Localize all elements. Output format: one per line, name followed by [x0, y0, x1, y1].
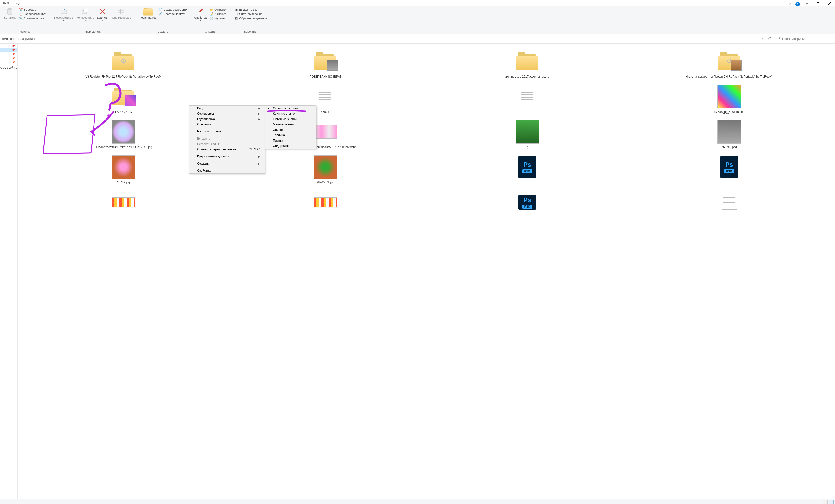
breadcrumb-seg-computer[interactable]: компьютер	[0, 37, 17, 41]
status-bar	[0, 499, 835, 504]
pin-icon[interactable]: 📌	[0, 48, 17, 52]
easy-access-button[interactable]: 🔗Простой доступ ▾	[158, 12, 188, 16]
edit-label: Изменить	[215, 13, 227, 16]
tab-share-fragment[interactable]: ться	[0, 0, 12, 6]
menu-item-sort[interactable]: Сортировка▶	[189, 111, 265, 116]
file-item[interactable]	[22, 188, 224, 220]
view-large-icons-button[interactable]	[829, 500, 834, 504]
paste-label: Вставить	[4, 16, 16, 19]
folder-item[interactable]: ⚙ Фото на документы Профи 9.0 RePack (& …	[628, 47, 830, 83]
paste-shortcut-button[interactable]: 📎Вставить ярлык	[18, 16, 47, 21]
context-submenu-view[interactable]: Огромные значки Крупные значки Обычные з…	[265, 105, 316, 149]
gear-icon: ⚙	[121, 58, 126, 65]
menu-item-table[interactable]: Таблица	[265, 133, 316, 138]
breadcrumb-seg-downloads[interactable]: Загрузки	[19, 37, 34, 41]
file-item[interactable]: dVXa8.jpg_480x480 bp	[628, 83, 830, 118]
rename-button[interactable]: Переименовать	[109, 7, 133, 20]
folder-item[interactable]: ⚙ Vit Registry Fix Pro 12.7 RePack (& Po…	[22, 47, 224, 83]
menu-item-properties[interactable]: Свойства	[189, 168, 265, 174]
menu-item-create[interactable]: Создать▶	[189, 161, 265, 166]
menu-item-content[interactable]: Содержимое	[265, 143, 316, 149]
context-menu[interactable]: Вид▶ Сортировка▶ Группировка▶ Обновить Н…	[189, 105, 265, 174]
menu-item-huge-icons[interactable]: Огромные значки	[265, 105, 316, 111]
new-item-button[interactable]: 📄Создать элемент ▾	[158, 7, 188, 12]
history-label: Журнал	[215, 17, 225, 20]
file-item[interactable]	[426, 83, 628, 118]
menu-item-tiles[interactable]: Плитка	[265, 138, 316, 143]
svg-point-14	[778, 37, 780, 39]
photoshop-icon: Ps	[725, 161, 733, 168]
refresh-icon[interactable]	[767, 36, 773, 42]
photoshop-icon: Ps	[523, 196, 531, 204]
folder-item[interactable]: для прмьер 2017 эфекты текста	[426, 47, 628, 83]
file-item[interactable]: PsPSD	[426, 153, 628, 188]
move-to-button[interactable]: Переместить в ▾	[53, 7, 75, 22]
new-folder-button[interactable]: Новая папка	[138, 7, 157, 20]
invert-selection-button[interactable]: ◩Обратить выделение	[234, 16, 268, 21]
select-all-label: Выделить все	[239, 8, 257, 11]
delete-button[interactable]: Удалить ▾	[96, 7, 109, 22]
file-label: РАЗОБРАТЬ	[115, 110, 132, 114]
menu-item-view[interactable]: Вид▶	[189, 105, 265, 111]
folder-item[interactable]: ПОВЕРБАНК ВОЗВРАТ	[224, 47, 426, 83]
file-label: ПОВЕРБАНК ВОЗВРАТ	[309, 75, 341, 78]
menu-item-give-access[interactable]: Предоставить доступ к▶	[189, 154, 265, 159]
properties-label: Свойства	[195, 16, 207, 19]
pin-icon[interactable]: 📌	[0, 44, 17, 48]
open-button[interactable]: 📂Открыть ▾	[209, 7, 228, 12]
chevron-right-icon: ▶	[258, 162, 260, 165]
paste-button[interactable]: Вставить	[2, 7, 17, 20]
pin-icon[interactable]: 📌	[0, 56, 17, 60]
file-label: 555.txt	[321, 110, 330, 114]
menu-item-customize[interactable]: Настроить папку...	[189, 129, 265, 134]
menu-item-list[interactable]: Список	[265, 127, 316, 133]
file-item[interactable]: g	[426, 118, 628, 153]
menu-item-undo-rename[interactable]: Отменить переименованиеCTRL+Z	[189, 147, 265, 152]
menu-item-large-icons[interactable]: Крупные значки	[265, 111, 316, 116]
file-item[interactable]: 765789.psd	[628, 118, 830, 153]
menu-item-paste-shortcut[interactable]: Вставить ярлык	[189, 141, 265, 147]
cut-button[interactable]: ✂️Вырезать	[18, 7, 47, 12]
file-item[interactable]: PsPSD	[426, 188, 628, 220]
search-placeholder: Поиск: Загрузки	[782, 37, 805, 41]
file-item[interactable]: PsPSD	[628, 153, 830, 188]
view-details-button[interactable]	[823, 500, 828, 504]
copy-to-button[interactable]: Копировать в ▾	[75, 7, 96, 22]
file-label: Фото на документы Профи 9.0 RePack (& Po…	[686, 75, 772, 78]
menu-item-paste[interactable]: Вставить	[189, 136, 265, 141]
tab-view[interactable]: Вид	[12, 0, 23, 6]
file-label: 765789.psd	[721, 145, 737, 149]
svg-rect-13	[198, 12, 200, 14]
properties-button[interactable]: Свойства ▾	[193, 7, 208, 22]
menu-item-medium-icons[interactable]: Обычные значки	[265, 116, 316, 122]
menu-item-group[interactable]: Группировка▶	[189, 116, 265, 122]
file-label: 98765678.jpg	[317, 181, 334, 184]
paste-shortcut-label: Вставить ярлык	[24, 17, 44, 20]
select-all-button[interactable]: ▣Выделить все	[234, 7, 268, 12]
chevron-right-icon: ▶	[258, 107, 260, 110]
history-button[interactable]: 🕑Журнал	[209, 16, 228, 21]
easy-access-label: Простой доступ	[164, 13, 184, 16]
file-list[interactable]: ⚙ Vit Registry Fix Pro 12.7 RePack (& Po…	[18, 44, 835, 499]
pin-icon[interactable]: 📌	[0, 52, 17, 56]
open-group-label: Открыть	[193, 29, 228, 34]
copy-path-button[interactable]: 📋Скопировать путь	[18, 12, 47, 16]
menu-item-small-icons[interactable]: Мелкие значки	[265, 122, 316, 127]
pin-icon[interactable]: 📌	[0, 60, 17, 64]
menu-item-refresh[interactable]: Обновить	[189, 122, 265, 127]
move-to-label: Переместить в	[54, 16, 74, 19]
edit-button[interactable]: 📝Изменить	[209, 12, 228, 16]
svg-rect-1	[817, 3, 819, 5]
breadcrumb[interactable]: компьютер › Загрузки ›	[0, 37, 760, 41]
search-input[interactable]: Поиск: Загрузки	[776, 36, 834, 42]
new-group-label: Создать	[138, 29, 188, 34]
file-label: Vit Registry Fix Pro 12.7 RePack (& Port…	[85, 75, 161, 78]
ribbon: Вставить ✂️Вырезать 📋Скопировать путь 📎В…	[0, 6, 835, 34]
copy-path-label: Скопировать путь	[24, 13, 47, 16]
breadcrumb-dropdown-icon[interactable]	[760, 36, 767, 42]
invert-label: Обратить выделение	[239, 17, 267, 20]
select-none-button[interactable]: ▢Снять выделение	[234, 12, 268, 16]
file-item[interactable]	[628, 188, 830, 220]
file-label: g	[527, 145, 528, 149]
file-item[interactable]	[224, 188, 426, 220]
